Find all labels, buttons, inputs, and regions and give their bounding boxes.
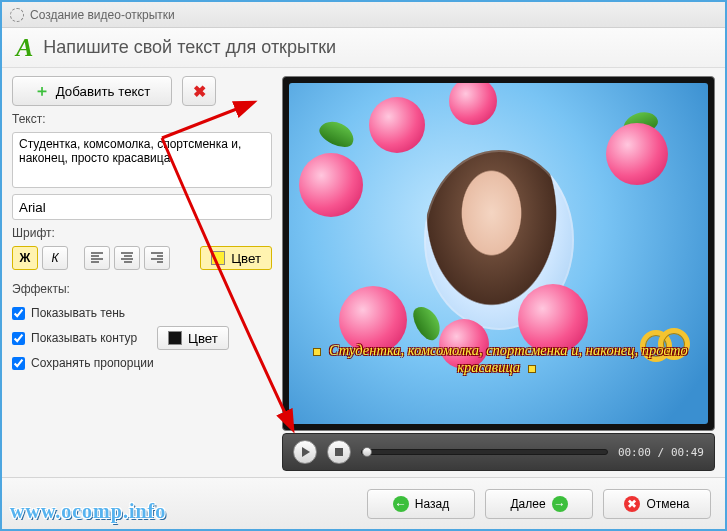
text-overlay[interactable]: Студентка, комсомолка, спортсменка и, на… xyxy=(297,342,700,376)
text-color-button[interactable]: Цвет xyxy=(200,246,272,270)
time-total: 00:49 xyxy=(671,446,704,459)
resize-handle[interactable] xyxy=(528,365,536,373)
resize-handle[interactable] xyxy=(313,348,321,356)
contour-color-label: Цвет xyxy=(188,331,218,346)
rose-decoration xyxy=(449,83,497,125)
align-left-icon xyxy=(91,252,103,264)
font-section-label: Шрифт: xyxy=(12,226,272,240)
align-center-button[interactable] xyxy=(114,246,140,270)
text-color-swatch xyxy=(211,251,225,265)
app-window: Создание видео-открытки A Напишите свой … xyxy=(0,0,727,531)
right-panel: Студентка, комсомолка, спортсменка и, на… xyxy=(282,76,715,471)
page-title: Напишите свой текст для открытки xyxy=(43,37,336,58)
delete-icon: ✖ xyxy=(193,82,206,101)
next-button-label: Далее xyxy=(510,497,545,511)
rose-decoration xyxy=(299,153,363,217)
proportions-checkbox-label: Сохранять пропорции xyxy=(31,356,154,370)
font-toolbar: Ж К Цвет xyxy=(12,246,272,270)
cancel-icon: ✖ xyxy=(624,496,640,512)
app-icon xyxy=(10,8,24,22)
stop-button[interactable] xyxy=(327,440,351,464)
cancel-button-label: Отмена xyxy=(646,497,689,511)
footer: ← Назад Далее → ✖ Отмена www.ocomp.info xyxy=(2,477,725,529)
arrow-right-icon: → xyxy=(552,496,568,512)
contour-checkbox-row[interactable]: Показывать контур xyxy=(12,331,137,345)
time-current: 00:00 xyxy=(618,446,651,459)
left-panel: ＋ Добавить текст ✖ Текст: Шрифт: Ж К xyxy=(12,76,272,471)
window-title: Создание видео-открытки xyxy=(30,8,175,22)
overlay-text-content: Студентка, комсомолка, спортсменка и, на… xyxy=(329,342,688,375)
play-button[interactable] xyxy=(293,440,317,464)
player-controls: 00:00 / 00:49 xyxy=(282,433,715,471)
delete-text-button[interactable]: ✖ xyxy=(182,76,216,106)
next-button[interactable]: Далее → xyxy=(485,489,593,519)
contour-color-swatch xyxy=(168,331,182,345)
watermark: www.ocomp.info xyxy=(10,500,166,523)
arrow-left-icon: ← xyxy=(393,496,409,512)
add-text-button[interactable]: ＋ Добавить текст xyxy=(12,76,172,106)
back-button[interactable]: ← Назад xyxy=(367,489,475,519)
text-tool-icon: A xyxy=(16,33,33,63)
preview-area: Студентка, комсомолка, спортсменка и, на… xyxy=(282,76,715,431)
text-field-label: Текст: xyxy=(12,112,272,126)
cancel-button[interactable]: ✖ Отмена xyxy=(603,489,711,519)
shadow-checkbox-label: Показывать тень xyxy=(31,306,125,320)
shadow-checkbox-row[interactable]: Показывать тень xyxy=(12,306,272,320)
back-button-label: Назад xyxy=(415,497,449,511)
proportions-checkbox-row[interactable]: Сохранять пропорции xyxy=(12,356,272,370)
stop-icon xyxy=(335,448,343,456)
plus-icon: ＋ xyxy=(34,81,50,102)
text-color-label: Цвет xyxy=(231,251,261,266)
time-display: 00:00 / 00:49 xyxy=(618,446,704,459)
effects-label: Эффекты: xyxy=(12,282,272,296)
play-icon xyxy=(302,447,310,457)
font-select[interactable] xyxy=(12,194,272,220)
header: A Напишите свой текст для открытки xyxy=(2,28,725,68)
text-input[interactable] xyxy=(12,132,272,188)
bold-button[interactable]: Ж xyxy=(12,246,38,270)
contour-checkbox[interactable] xyxy=(12,332,25,345)
align-left-button[interactable] xyxy=(84,246,110,270)
align-right-icon xyxy=(151,252,163,264)
contour-color-button[interactable]: Цвет xyxy=(157,326,229,350)
proportions-checkbox[interactable] xyxy=(12,357,25,370)
rose-decoration xyxy=(606,123,668,185)
seek-bar[interactable] xyxy=(361,449,608,455)
leaf-decoration xyxy=(316,116,358,151)
add-text-label: Добавить текст xyxy=(56,84,151,99)
align-center-icon xyxy=(121,252,133,264)
seek-thumb[interactable] xyxy=(362,447,372,457)
rose-decoration xyxy=(369,97,425,153)
preview-frame: Студентка, комсомолка, спортсменка и, на… xyxy=(289,83,708,424)
shadow-checkbox[interactable] xyxy=(12,307,25,320)
italic-button[interactable]: К xyxy=(42,246,68,270)
align-right-button[interactable] xyxy=(144,246,170,270)
body: ＋ Добавить текст ✖ Текст: Шрифт: Ж К xyxy=(2,68,725,471)
contour-checkbox-label: Показывать контур xyxy=(31,331,137,345)
titlebar: Создание видео-открытки xyxy=(2,2,725,28)
effects-group: Показывать тень Показывать контур Цвет С… xyxy=(12,306,272,370)
